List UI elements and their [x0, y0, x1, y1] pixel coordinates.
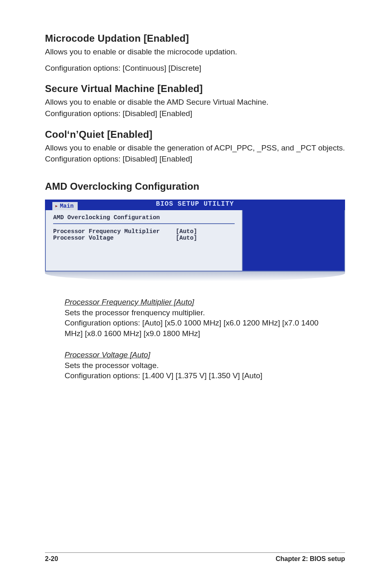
option-pfm-head: Processor Frequency Multiplier [Auto]: [65, 298, 337, 307]
heading-svm: Secure Virtual Machine [Enabled]: [45, 83, 345, 94]
bios-right-panel: [243, 210, 345, 272]
bios-panel-title: AMD Overclocking Configuration: [53, 214, 235, 221]
bios-bottom-fade: [45, 272, 345, 281]
text-svm-desc: Allows you to enable or disable the AMD …: [45, 97, 345, 108]
option-pfm-opts: Configuration options: [Auto] [x5.0 1000…: [65, 318, 337, 339]
text-microcode-desc: Allows you to enable or disable the micr…: [45, 47, 345, 57]
heading-amdoc: AMD Overclocking Configuration: [45, 181, 345, 192]
text-cnq-opts: Configuration options: [Disabled] [Enabl…: [45, 154, 345, 164]
section-svm: Secure Virtual Machine [Enabled] Allows …: [45, 83, 345, 119]
bios-row: Processor Frequency Multiplier [Auto]: [53, 228, 235, 235]
option-pv-desc: Sets the processor voltage.: [65, 360, 337, 371]
section-cnq: Cool‘n’Quiet [Enabled] Allows you to ena…: [45, 129, 345, 164]
bios-tab-main: ▸Main: [52, 202, 78, 210]
bios-divider: [53, 223, 235, 224]
option-pv: Processor Voltage [Auto] Sets the proces…: [65, 350, 337, 381]
option-pv-head: Processor Voltage [Auto]: [65, 350, 337, 359]
bios-row: Processor Voltage [Auto]: [53, 235, 235, 241]
bios-left-panel: AMD Overclocking Configuration Processor…: [45, 210, 243, 272]
option-pfm-desc: Sets the processor frenquency multiplier…: [65, 307, 337, 318]
footer-divider: [45, 552, 345, 553]
page: Microcode Updation [Enabled] Allows you …: [0, 0, 390, 588]
footer-chapter: Chapter 2: BIOS setup: [276, 555, 345, 563]
text-svm-opts: Configuration options: [Disabled] [Enabl…: [45, 108, 345, 119]
bios-body: AMD Overclocking Configuration Processor…: [45, 210, 345, 272]
bios-row-val: [Auto]: [176, 228, 197, 235]
footer-page-number: 2-20: [45, 555, 58, 563]
option-pv-opts: Configuration options: [1.400 V] [1.375 …: [65, 370, 337, 381]
heading-microcode: Microcode Updation [Enabled]: [45, 33, 345, 44]
bios-title-text: BIOS SETUP UTILITY: [156, 200, 234, 208]
caret-icon: ▸: [55, 203, 58, 209]
option-pfm: Processor Frequency Multiplier [Auto] Se…: [65, 298, 337, 339]
section-microcode: Microcode Updation [Enabled] Allows you …: [45, 33, 345, 73]
page-footer: 2-20 Chapter 2: BIOS setup: [0, 552, 390, 563]
heading-cnq: Cool‘n’Quiet [Enabled]: [45, 129, 345, 140]
bios-row-val: [Auto]: [176, 235, 197, 241]
bios-tab-label: Main: [60, 203, 74, 209]
option-details: Processor Frequency Multiplier [Auto] Se…: [65, 298, 337, 381]
bios-screenshot: BIOS SETUP UTILITY ▸Main AMD Overclockin…: [45, 200, 345, 281]
bios-title-bar: BIOS SETUP UTILITY ▸Main: [45, 200, 345, 210]
text-cnq-desc: Allows you to enable or disable the gene…: [45, 143, 345, 153]
text-microcode-opts: Configuration options: [Continuous] [Dis…: [45, 63, 345, 74]
bios-row-key: Processor Voltage: [53, 235, 176, 241]
bios-row-key: Processor Frequency Multiplier: [53, 228, 176, 235]
footer-row: 2-20 Chapter 2: BIOS setup: [45, 555, 345, 563]
